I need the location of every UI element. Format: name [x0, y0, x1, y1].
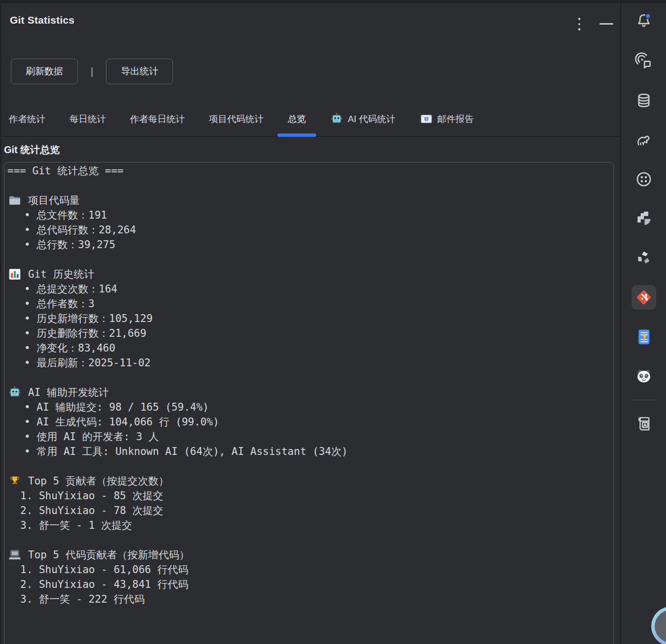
report-section: Top 5 代码贡献者（按新增代码）1. ShuYixiao - 61,066 …: [7, 547, 610, 607]
bell-icon: [635, 12, 653, 30]
section-title: Top 5 贡献者（按提交次数）: [7, 474, 610, 488]
report-section: Top 5 贡献者（按提交次数）1. ShuYixiao - 85 次提交2. …: [7, 474, 610, 533]
overview-report[interactable]: === Git 统计总览 === 项目代码量• 总文件数：191• 总代码行数：…: [4, 162, 614, 644]
export-stats-button[interactable]: 导出统计: [106, 59, 173, 84]
sidebar-item-flash-notes[interactable]: [621, 317, 666, 356]
tab-5[interactable]: 总览: [288, 101, 306, 136]
section-title: Top 5 代码贡献者（按新增代码）: [7, 547, 610, 562]
toolbar-separator: |: [91, 65, 93, 77]
overview-heading: Git 统计总览: [4, 143, 60, 157]
pinwheel-icon: [635, 249, 653, 267]
four-dots-icon: [635, 170, 653, 188]
elephant-icon: [635, 131, 653, 149]
report-sections: 项目代码量• 总文件数：191• 总代码行数：28,264• 总行数：39,27…: [7, 193, 610, 607]
tab-1[interactable]: 作者统计: [9, 101, 45, 136]
tab-label: 作者统计: [9, 113, 45, 125]
sidebar-item-services[interactable]: [621, 160, 666, 199]
report-line: 3. 舒一笑 - 222 行代码: [7, 592, 610, 607]
report-line: • AI 生成代码: 104,066 行 (99.0%): [7, 415, 610, 429]
report-section: Git 历史统计• 总提交次数：164• 总作者数：3• 历史新增行数：105,…: [7, 267, 610, 370]
sidebar-item-database[interactable]: [621, 81, 666, 120]
sidebar-item-plugin-blocks[interactable]: [621, 199, 666, 238]
minimize-icon[interactable]: [597, 17, 616, 30]
git-icon: [635, 289, 653, 306]
sidebar-item-notifications[interactable]: [621, 0, 666, 41]
flashcard-icon: [635, 328, 653, 346]
email-icon: [420, 112, 433, 126]
sidebar-item-dictionary[interactable]: [621, 404, 666, 444]
active-tab-indicator: [277, 133, 316, 137]
folder-icon: [8, 193, 22, 207]
report-line: 2. ShuYixiao - 43,841 行代码: [7, 577, 610, 592]
report-line: • 净变化：83,460: [7, 341, 610, 355]
report-section: AI 辅助开发统计• AI 辅助提交: 98 / 165 (59.4%)• AI…: [7, 385, 610, 459]
report-section: 项目代码量• 总文件数：191• 总代码行数：28,264• 总行数：39,27…: [7, 193, 610, 252]
blocks-icon: [635, 210, 653, 227]
panda-icon: [635, 367, 653, 385]
section-title: Git 历史统计: [7, 267, 610, 282]
refresh-data-button[interactable]: 刷新数据: [11, 59, 78, 84]
git-statistics-tool-window: Git Statistics 刷新数据 | 导出统计 作者统计每日统计作者每日统…: [1, 3, 620, 644]
window-top-edge: [0, 0, 666, 3]
sidebar-divider: [632, 400, 656, 400]
ai-assistant-ball-core: [655, 610, 666, 643]
robot-icon: [8, 386, 22, 399]
book-a-icon: [635, 415, 653, 433]
tab-label: 每日统计: [69, 113, 106, 125]
sidebar-item-pinwheel-tool[interactable]: [621, 238, 666, 278]
sidebar-item-ai-chat[interactable]: [621, 41, 666, 81]
report-line: • 总文件数：191: [7, 208, 610, 223]
report-line: • 使用 AI 的开发者: 3 人: [7, 429, 610, 444]
tab-label: 作者每日统计: [130, 113, 185, 125]
report-line: • 总提交次数：164: [7, 282, 610, 296]
section-title: 项目代码量: [7, 193, 610, 208]
report-title: === Git 统计总览 ===: [7, 163, 610, 178]
kebab-menu-icon[interactable]: [573, 12, 586, 36]
report-line: 2. ShuYixiao - 78 次提交: [7, 503, 610, 518]
robot-icon: [330, 112, 343, 126]
window-title: Git Statistics: [10, 14, 74, 26]
tab-bar: 作者统计每日统计作者每日统计项目代码统计总览 AI 代码统计 邮件报告: [1, 101, 620, 137]
tab-3[interactable]: 作者每日统计: [130, 101, 185, 136]
tab-label: 项目代码统计: [209, 113, 264, 125]
tab-label: 总览: [288, 113, 306, 125]
report-line: • 最后刷新：2025-11-02: [7, 355, 610, 370]
broadcast-chat-icon: [635, 52, 653, 70]
sidebar-item-panda-coder[interactable]: [621, 356, 666, 396]
sidebar: [621, 0, 666, 644]
report-line: • 总代码行数：28,264: [7, 223, 610, 237]
tab-4[interactable]: 项目代码统计: [209, 101, 264, 136]
sidebar-item-git-statistics[interactable]: [621, 278, 666, 317]
toolbar: 刷新数据 | 导出统计: [11, 59, 173, 84]
tab-label: AI 代码统计: [348, 113, 396, 125]
tab-7[interactable]: 邮件报告: [420, 101, 474, 136]
report-line: 1. ShuYixiao - 85 次提交: [7, 488, 610, 503]
report-line: • AI 辅助提交: 98 / 165 (59.4%): [7, 400, 610, 415]
report-line: • 总行数：39,275: [7, 237, 610, 252]
report-line: 1. ShuYixiao - 61,066 行代码: [7, 562, 610, 577]
tab-6[interactable]: AI 代码统计: [330, 101, 396, 136]
report-line: • 常用 AI 工具: Unknown AI (64次), AI Assista…: [7, 444, 610, 459]
sidebar-item-gradle[interactable]: [621, 120, 666, 160]
section-title: AI 辅助开发统计: [7, 385, 610, 400]
laptop-icon: [8, 548, 22, 562]
bar-chart-icon: [8, 267, 22, 281]
tab-label: 邮件报告: [437, 113, 474, 125]
report-line: 3. 舒一笑 - 1 次提交: [7, 518, 610, 533]
database-icon: [635, 92, 653, 109]
report-line: • 历史删除行数：21,669: [7, 326, 610, 341]
report-line: • 历史新增行数：105,129: [7, 311, 610, 326]
trophy-icon: [8, 474, 22, 488]
tab-2[interactable]: 每日统计: [69, 101, 106, 136]
report-line: • 总作者数：3: [7, 296, 610, 311]
